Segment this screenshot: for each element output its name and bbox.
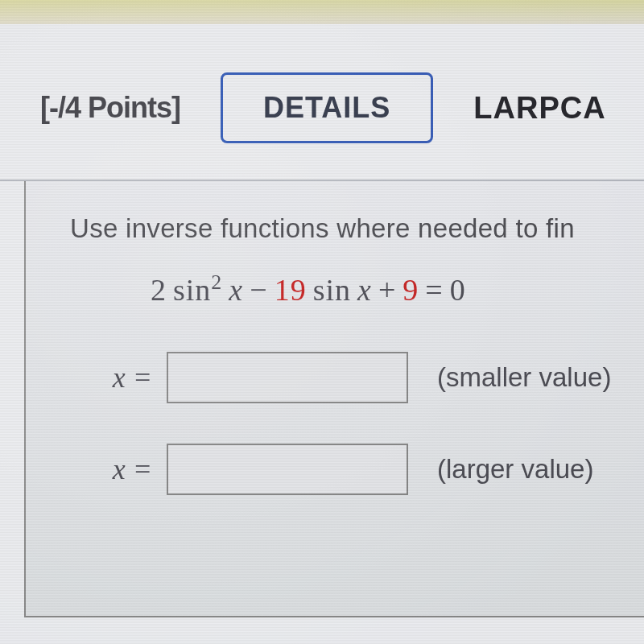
eq-coef-2: 2 (151, 272, 167, 308)
eq-var-x-1: x (229, 272, 243, 308)
answer-row-larger: x = (larger value) (96, 444, 620, 495)
source-label: LARPCA (473, 91, 605, 126)
question-card: [-/4 Points] DETAILS LARPCA Use inverse … (0, 24, 644, 644)
bottom-spacer (70, 535, 620, 584)
eq-rhs-0: 0 (450, 272, 466, 308)
x-equals-label-2: x = (96, 452, 152, 486)
details-button[interactable]: DETAILS (221, 72, 433, 143)
eq-coef-9: 9 (402, 272, 419, 308)
larger-value-input[interactable] (167, 444, 408, 495)
header-divider (0, 180, 644, 181)
eq-sin-squared: sin2 (173, 272, 222, 308)
equation-display: 2 sin2 x − 19 sin x + 9 = 0 (151, 272, 620, 308)
eq-coef-19: 19 (275, 272, 307, 308)
smaller-value-input[interactable] (167, 352, 408, 403)
points-label: [-/4 Points] (40, 91, 180, 125)
smaller-value-label: (smaller value) (437, 362, 611, 393)
page-top-edge (0, 0, 644, 24)
answer-row-smaller: x = (smaller value) (96, 352, 620, 403)
instruction-text: Use inverse functions where needed to fi… (70, 213, 620, 244)
eq-plus: + (378, 272, 396, 308)
eq-minus: − (250, 272, 267, 308)
eq-equals: = (425, 272, 443, 308)
x-equals-label-1: x = (96, 361, 152, 394)
eq-sin: sin (313, 272, 351, 308)
question-header: [-/4 Points] DETAILS LARPCA (0, 24, 644, 180)
question-body: Use inverse functions where needed to fi… (24, 181, 644, 617)
larger-value-label: (larger value) (437, 454, 593, 485)
eq-var-x-2: x (357, 272, 372, 308)
